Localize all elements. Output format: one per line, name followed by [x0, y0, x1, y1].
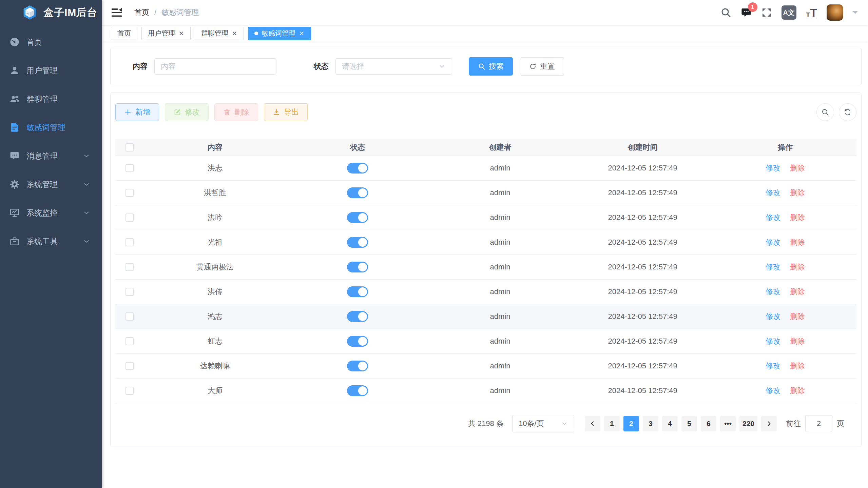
user-menu-caret-icon[interactable]	[852, 11, 858, 17]
refresh-button[interactable]	[839, 103, 856, 121]
search-icon[interactable]	[720, 7, 731, 18]
sidebar-item-label: 系统管理	[26, 179, 58, 190]
user-icon	[9, 65, 20, 76]
status-toggle[interactable]	[347, 336, 368, 347]
row-checkbox[interactable]	[126, 312, 134, 321]
goto-page-input[interactable]	[805, 415, 832, 432]
translate-icon[interactable]: A文	[782, 5, 796, 20]
breadcrumb: 首页 / 敏感词管理	[134, 7, 199, 18]
goto-unit: 页	[837, 419, 844, 429]
export-button[interactable]: 导出	[264, 103, 308, 121]
close-icon[interactable]	[299, 30, 305, 36]
row-checkbox[interactable]	[126, 337, 134, 345]
pager-prev-button[interactable]	[585, 416, 600, 431]
sidebar-item-messages[interactable]: 消息管理	[0, 142, 102, 170]
tab-user-management[interactable]: 用户管理	[141, 27, 191, 40]
content-filter-input[interactable]	[154, 58, 276, 75]
reset-button[interactable]: 重置	[520, 57, 564, 76]
pager-page-button[interactable]: 3	[643, 416, 658, 431]
pager-next-button[interactable]	[761, 416, 777, 431]
breadcrumb-home[interactable]: 首页	[134, 7, 149, 18]
dashboard-icon	[9, 37, 20, 47]
status-toggle[interactable]	[347, 286, 368, 297]
add-button[interactable]: 新增	[115, 103, 159, 121]
row-checkbox[interactable]	[126, 238, 134, 246]
status-toggle[interactable]	[347, 163, 368, 174]
row-delete-link[interactable]: 删除	[790, 386, 805, 396]
status-toggle[interactable]	[347, 361, 368, 371]
tab-sensitive-words[interactable]: 敏感词管理	[248, 27, 311, 40]
tab-group-management[interactable]: 群聊管理	[195, 27, 244, 40]
row-delete-link[interactable]: 删除	[790, 212, 805, 223]
word-cell: 达赖喇嘛	[144, 361, 286, 371]
sidebar-item-system-admin[interactable]: 系统管理	[0, 170, 102, 199]
sidebar-collapse-icon[interactable]	[111, 6, 123, 19]
sidebar-item-groups[interactable]: 群聊管理	[0, 85, 102, 113]
sidebar-item-system-tools[interactable]: 系统工具	[0, 227, 102, 256]
status-toggle[interactable]	[347, 311, 368, 322]
row-delete-link[interactable]: 删除	[790, 163, 805, 173]
pager-page-button[interactable]: 1	[604, 416, 620, 431]
row-edit-link[interactable]: 修改	[766, 336, 780, 346]
row-checkbox[interactable]	[126, 387, 134, 395]
status-toggle[interactable]	[347, 262, 368, 272]
sidebar-item-users[interactable]: 用户管理	[0, 56, 102, 85]
pager-page-button[interactable]: 6	[701, 416, 716, 431]
row-edit-link[interactable]: 修改	[766, 163, 780, 173]
row-edit-link[interactable]: 修改	[766, 386, 780, 396]
pager-more-button[interactable]: •••	[720, 416, 736, 431]
fullscreen-icon[interactable]	[761, 7, 772, 18]
row-delete-link[interactable]: 删除	[790, 287, 805, 297]
status-toggle[interactable]	[347, 237, 368, 248]
row-checkbox[interactable]	[126, 263, 134, 271]
pager-page-button[interactable]: 4	[662, 416, 678, 431]
row-edit-link[interactable]: 修改	[766, 188, 780, 198]
tab-home[interactable]: 首页	[111, 27, 137, 40]
sidebar: 盒子IM后台 首页 用户管理	[0, 0, 102, 488]
edit-button[interactable]: 修改	[165, 103, 209, 121]
status-filter-select[interactable]: 请选择	[335, 58, 452, 75]
close-icon[interactable]	[232, 30, 237, 36]
row-checkbox[interactable]	[126, 164, 134, 172]
row-checkbox[interactable]	[126, 189, 134, 197]
sidebar-item-sensitive-words[interactable]: 敏感词管理	[0, 113, 102, 142]
sidebar-item-label: 群聊管理	[26, 94, 58, 104]
sensitive-words-table: 内容 状态 创建者 创建时间 操作 洪志 admin 2024-12-05 12…	[115, 139, 856, 403]
pager-page-button[interactable]: 5	[681, 416, 697, 431]
close-icon[interactable]	[178, 30, 184, 36]
search-button[interactable]: 搜索	[469, 57, 513, 76]
status-toggle[interactable]	[347, 385, 368, 396]
row-edit-link[interactable]: 修改	[766, 287, 780, 297]
pager-page-button[interactable]: 220	[739, 416, 757, 431]
sidebar-item-system-monitor[interactable]: 系统监控	[0, 199, 102, 227]
status-toggle[interactable]	[347, 212, 368, 223]
gear-icon	[9, 179, 20, 189]
row-checkbox[interactable]	[126, 214, 134, 222]
row-edit-link[interactable]: 修改	[766, 361, 780, 371]
row-delete-link[interactable]: 删除	[790, 336, 805, 346]
total-count: 共 2198 条	[468, 419, 504, 429]
font-size-icon[interactable]: TT	[806, 7, 817, 18]
row-checkbox[interactable]	[126, 288, 134, 296]
row-checkbox[interactable]	[126, 362, 134, 370]
page-size-select[interactable]: 10条/页	[512, 415, 574, 432]
select-all-checkbox[interactable]	[126, 143, 134, 151]
created-cell: 2024-12-05 12:57:49	[572, 188, 714, 197]
message-notifications-button[interactable]: 1	[741, 7, 752, 18]
row-delete-link[interactable]: 删除	[790, 237, 805, 247]
row-edit-link[interactable]: 修改	[766, 311, 780, 322]
row-delete-link[interactable]: 删除	[790, 262, 805, 272]
row-delete-link[interactable]: 删除	[790, 311, 805, 322]
row-delete-link[interactable]: 删除	[790, 361, 805, 371]
user-avatar[interactable]	[827, 4, 843, 21]
sidebar-item-home[interactable]: 首页	[0, 28, 102, 56]
pager-page-button-active[interactable]: 2	[623, 416, 639, 431]
delete-button[interactable]: 删除	[214, 103, 258, 121]
show-search-button[interactable]	[816, 103, 834, 121]
created-cell: 2024-12-05 12:57:49	[572, 263, 714, 271]
row-edit-link[interactable]: 修改	[766, 262, 780, 272]
row-delete-link[interactable]: 删除	[790, 188, 805, 198]
row-edit-link[interactable]: 修改	[766, 237, 780, 247]
status-toggle[interactable]	[347, 187, 368, 198]
row-edit-link[interactable]: 修改	[766, 212, 780, 223]
